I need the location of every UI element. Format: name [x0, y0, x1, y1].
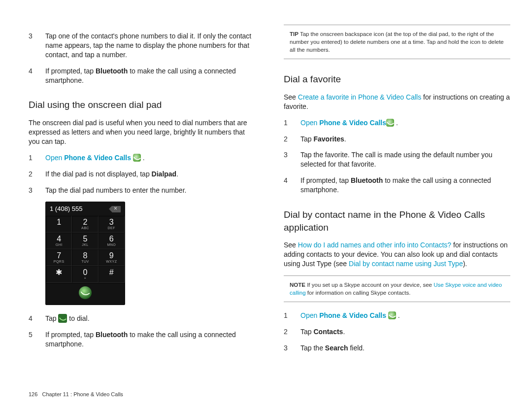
- step-number: 1: [284, 118, 296, 128]
- dialpad-key: ✱: [46, 266, 72, 283]
- section-heading-favorite: Dial a favorite: [284, 73, 510, 86]
- step-text: If the dial pad is not displayed, tap Di…: [45, 170, 255, 179]
- step-number: 4: [284, 176, 296, 195]
- step-number: 3: [29, 32, 40, 60]
- note-box: NOTE If you set up a Skype account on yo…: [284, 276, 510, 302]
- step-number: 4: [29, 314, 40, 323]
- continued-steps: 3 Tap one of the contact's phone numbers…: [29, 32, 255, 85]
- step-open-app: Open Phone & Video Calls .: [300, 311, 510, 320]
- step-text: Tap the dial pad numbers to enter the nu…: [45, 186, 255, 195]
- step-number: 1: [29, 153, 40, 163]
- section-heading-contactname: Dial by contact name in the Phone & Vide…: [284, 208, 510, 234]
- contact-steps: 1 Open Phone & Video Calls . 2 Tap Conta…: [284, 311, 510, 353]
- link-create-favorite[interactable]: Create a favorite in Phone & Video Calls: [298, 93, 421, 101]
- favorite-steps: 1 Open Phone & Video Calls . 2 Tap Favor…: [284, 118, 510, 195]
- dialpad-call-button: [46, 283, 125, 305]
- paragraph: The onscreen dial pad is useful when you…: [29, 118, 255, 146]
- link-add-contacts[interactable]: How do I add names and other info into C…: [298, 241, 451, 249]
- tip-box: TIP Tap the onscreen backspace icon (at …: [284, 25, 510, 59]
- step-text: Tap one of the contact's phone numbers t…: [45, 32, 255, 60]
- step-text: Tap the favorite. The call is made using…: [300, 150, 510, 169]
- phone-app-icon: [388, 311, 396, 319]
- dialpad-entered-number: 1 (408) 555: [50, 205, 83, 213]
- dialpad-key: 9WXYZ: [99, 249, 125, 266]
- step-number: 1: [284, 311, 296, 320]
- backspace-icon: [112, 206, 121, 212]
- step-number: 3: [284, 150, 296, 169]
- left-column: 3 Tap one of the contact's phone numbers…: [29, 25, 255, 360]
- dialpad-steps: 1 Open Phone & Video Calls . 2 If the di…: [29, 153, 255, 195]
- dialpad-key: 4GHI: [46, 233, 72, 249]
- dialpad-key: #: [99, 266, 125, 283]
- step-number: 2: [29, 170, 40, 179]
- dialpad-key: 0+: [72, 266, 98, 283]
- step-open-app: Open Phone & Video Calls .: [300, 118, 510, 128]
- dialpad-key: 3DEF: [99, 216, 125, 233]
- dialpad-key: 8TUV: [72, 249, 98, 266]
- step-number: 2: [284, 135, 296, 144]
- phone-app-icon: [133, 154, 141, 162]
- dialpad-figure: 1 (408) 555 1 2ABC3DEF4GHI5JKL6MNO7PQRS8…: [45, 202, 125, 305]
- step-text: If prompted, tap Bluetooth to make the c…: [45, 67, 255, 85]
- phone-app-icon: [386, 119, 394, 127]
- step-number: 3: [29, 186, 40, 195]
- dialpad-key: 1: [46, 216, 72, 233]
- dialpad-key: 2ABC: [72, 216, 98, 233]
- step-text: Tap Contacts.: [300, 327, 510, 337]
- dialpad-key: 5JKL: [72, 233, 98, 249]
- call-icon: [79, 286, 92, 299]
- right-column: TIP Tap the onscreen backspace icon (at …: [284, 25, 510, 360]
- page-footer: 126 Chapter 11 : Phone & Video Calls: [29, 391, 123, 397]
- step-number: 3: [284, 343, 296, 353]
- section-heading-dialpad: Dial using the onscreen dial pad: [29, 99, 255, 111]
- dialpad-key: 7PQRS: [46, 249, 72, 266]
- step-text: Tap to dial.: [45, 314, 255, 323]
- step-number: 4: [29, 67, 40, 85]
- divider: [284, 302, 510, 302]
- step-number: 2: [284, 327, 296, 337]
- dialpad-key: 6MNO: [99, 233, 125, 249]
- paragraph: See Create a favorite in Phone & Video C…: [284, 93, 510, 111]
- step-open-app: Open Phone & Video Calls .: [45, 153, 255, 163]
- step-number: 5: [29, 330, 40, 349]
- link-just-type[interactable]: Dial by contact name using Just Type: [349, 260, 463, 268]
- dialpad-steps-cont: 4 Tap to dial. 5 If prompted, tap Blueto…: [29, 314, 255, 349]
- paragraph: See How do I add names and other info in…: [284, 240, 510, 269]
- divider: [284, 59, 510, 59]
- step-text: Tap Favorites.: [300, 135, 510, 144]
- step-text: Tap the Search field.: [300, 343, 510, 353]
- dial-button-icon: [58, 314, 67, 323]
- step-text: If prompted, tap Bluetooth to make the c…: [300, 176, 510, 195]
- step-text: If prompted, tap Bluetooth to make the c…: [45, 330, 255, 349]
